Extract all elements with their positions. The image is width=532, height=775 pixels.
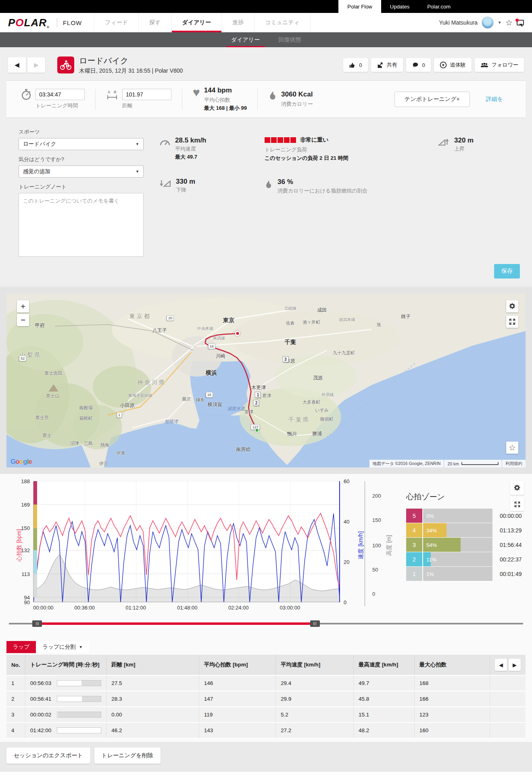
zones-fullscreen-button[interactable] bbox=[510, 497, 524, 511]
details-link[interactable]: 詳細を bbox=[486, 96, 503, 103]
time-tick: 02:24:00 bbox=[228, 605, 249, 611]
time-axis: 00:00:0000:36:0001:12:0001:48:0002:24:00… bbox=[33, 602, 340, 612]
map-attribution: 地図データ ©2016 Google, ZENRIN bbox=[369, 460, 444, 467]
route-map[interactable]: 東京都山梨県神奈川県千葉県東京千葉横浜川崎八王子甲府成田佐倉酒々井町銚子旭九十九… bbox=[6, 294, 526, 467]
previous-session-button[interactable]: ◀ bbox=[8, 57, 26, 73]
session-action-share[interactable]: 共有 bbox=[371, 58, 403, 72]
topbar-tab[interactable]: Polar Flow bbox=[338, 0, 381, 13]
map-label: 東海道新幹線 bbox=[128, 393, 152, 398]
nav-item[interactable]: ダイアリー bbox=[171, 13, 221, 32]
training-notes-textarea[interactable] bbox=[19, 193, 144, 257]
zone-percent: 34% bbox=[426, 527, 437, 533]
training-chart[interactable] bbox=[33, 481, 340, 602]
map-label: 佐倉 bbox=[286, 320, 295, 326]
map-settings-gear-button[interactable] bbox=[506, 300, 518, 312]
map-terms-link[interactable]: 利用規約 bbox=[502, 460, 526, 467]
lap-column-header: No. bbox=[6, 655, 25, 675]
sport-select[interactable]: ロードバイク▼ bbox=[19, 138, 144, 150]
map-label: 東京 bbox=[223, 317, 234, 324]
altitude-axis-label: 高度 [m] bbox=[386, 535, 393, 555]
distance-input[interactable] bbox=[122, 89, 171, 100]
lap-time: 01:42:00 bbox=[25, 723, 106, 738]
time-range-slider[interactable] bbox=[9, 619, 523, 628]
altitude-tick: 0 bbox=[372, 591, 375, 597]
topbar-tab[interactable]: Updates bbox=[381, 0, 418, 13]
session-action-thumbs-up[interactable]: 0 bbox=[343, 58, 367, 72]
avg-speed-value: 28.5 km/h bbox=[175, 136, 207, 145]
metric-training-load: 非常に重い トレーニング負荷 このセッションの負荷 2 日 21 時間 bbox=[265, 136, 438, 162]
subnav-item[interactable]: ダイアリー bbox=[224, 32, 267, 47]
descent-label: 下降 bbox=[176, 186, 195, 194]
lap-max-speed: 49.7 bbox=[353, 675, 414, 691]
user-name[interactable]: Yuki Matsukura bbox=[439, 19, 478, 26]
avg-hr-label: 平均心拍数 bbox=[204, 96, 247, 104]
time-tick: 00:36:00 bbox=[74, 605, 95, 611]
export-session-button[interactable]: セッションのエクスポート bbox=[6, 748, 90, 764]
save-button[interactable]: 保存 bbox=[494, 264, 520, 279]
avatar[interactable] bbox=[482, 17, 494, 29]
nav-item[interactable]: コミュニティ bbox=[254, 13, 311, 32]
route-marker[interactable]: 1 bbox=[255, 392, 261, 398]
notification-dot bbox=[515, 19, 519, 22]
map-label: いすみ bbox=[315, 407, 329, 413]
feedback-chat-icon[interactable] bbox=[517, 20, 524, 25]
map-label: 鴨川 bbox=[287, 431, 297, 438]
hr-tick: 113 bbox=[21, 571, 30, 577]
training-load-level: 非常に重い bbox=[300, 136, 329, 144]
laps-prev-page-button[interactable]: ◀ bbox=[495, 659, 507, 671]
map-label: 北総線 bbox=[284, 306, 296, 311]
altitude-tick: 150 bbox=[372, 517, 381, 523]
zone-strip-segment bbox=[33, 574, 37, 597]
map-favorite-star-button[interactable]: ☆ bbox=[506, 442, 518, 454]
tab-split-laps[interactable]: ラップに分割▼ bbox=[36, 641, 89, 653]
user-menu-caret-icon[interactable]: ▼ bbox=[498, 21, 501, 25]
map-zoom-out-button[interactable]: − bbox=[17, 314, 29, 326]
zone-strip-segment bbox=[33, 550, 37, 574]
slider-handle-left[interactable] bbox=[32, 620, 42, 627]
training-benefit-button[interactable]: テンポトレーニング+ bbox=[394, 92, 470, 107]
nav-item[interactable]: フィード bbox=[94, 13, 138, 32]
zones-settings-gear-button[interactable] bbox=[510, 481, 524, 495]
subnav-item[interactable]: 回復状態 bbox=[271, 32, 308, 47]
notes-label: トレーニングノート bbox=[19, 183, 160, 191]
load-block bbox=[284, 137, 290, 143]
descent-value: 330 m bbox=[176, 178, 195, 186]
favorites-star-icon[interactable]: ☆ bbox=[505, 19, 513, 27]
route-marker[interactable]: 3 bbox=[282, 356, 288, 362]
hr-max-min: 最大 168 | 最小 99 bbox=[204, 105, 247, 112]
polar-logo[interactable]: POLAR® bbox=[8, 17, 50, 29]
laps-next-page-button[interactable]: ▶ bbox=[509, 659, 521, 671]
avg-hr-value: 144 bpm bbox=[204, 86, 247, 94]
zone-number: 5 bbox=[406, 509, 422, 523]
next-session-button[interactable]: ▶ bbox=[27, 57, 45, 73]
tab-laps[interactable]: ラップ bbox=[6, 641, 36, 653]
map-zoom-in-button[interactable]: + bbox=[17, 300, 29, 312]
delete-training-button[interactable]: トレーニングを削除 bbox=[94, 748, 161, 764]
hr-zone-row: 4 34% 01:13:29 bbox=[406, 523, 526, 537]
session-action-followers[interactable]: フォロワー bbox=[475, 58, 524, 72]
map-label: 旭 bbox=[377, 321, 381, 327]
slider-selected-range[interactable] bbox=[37, 622, 315, 625]
session-action-comment[interactable]: 0 bbox=[406, 58, 431, 72]
map-label: 横浜 bbox=[206, 369, 217, 377]
session-action-play[interactable]: 追体験 bbox=[434, 58, 471, 72]
zone-bar: 1% bbox=[423, 567, 492, 581]
speed-axis-label: 速度 [km/h] bbox=[357, 531, 365, 559]
nav-item[interactable]: 進捗 bbox=[221, 13, 254, 32]
hr-zones-rows: 5 0% 00:00:00 4 34% 01:13:29 3 54% 01:56… bbox=[406, 509, 526, 581]
slider-handle-right[interactable] bbox=[310, 620, 320, 627]
topbar-tab[interactable]: Polar.com bbox=[418, 0, 459, 13]
descent-icon bbox=[160, 178, 171, 194]
speed-tick: 0 bbox=[344, 599, 346, 605]
map-fullscreen-button[interactable] bbox=[506, 316, 518, 328]
nav-item[interactable]: 探す bbox=[138, 13, 171, 32]
route-marker[interactable]: 2 bbox=[253, 400, 259, 406]
map-label: 伊東 bbox=[117, 450, 125, 456]
altitude-area bbox=[33, 555, 340, 602]
duration-input[interactable] bbox=[35, 89, 85, 100]
feeling-select[interactable]: 感覚の追加▼ bbox=[19, 165, 144, 178]
lap-distance: 27.5 bbox=[106, 675, 199, 691]
road-badge: 20 bbox=[167, 315, 174, 321]
map-label: 大多喜町 bbox=[303, 399, 320, 405]
hr-tick: 132 bbox=[21, 547, 30, 553]
